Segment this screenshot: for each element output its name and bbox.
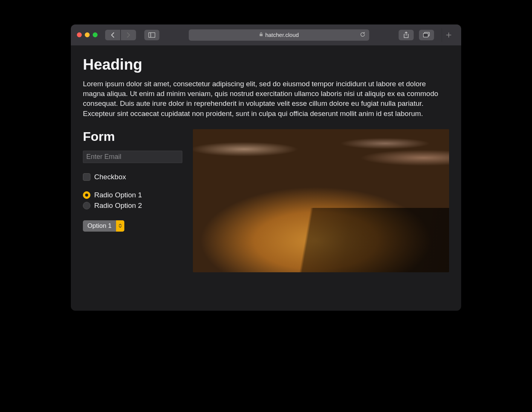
checkbox-input[interactable] <box>83 173 90 181</box>
svg-rect-0 <box>149 32 155 37</box>
radio-row-1: Radio Option 1 <box>83 191 182 199</box>
minimize-window-button[interactable] <box>85 32 90 37</box>
forward-button[interactable] <box>121 30 136 40</box>
plus-icon <box>446 32 451 38</box>
maximize-window-button[interactable] <box>93 32 98 37</box>
sidebar-icon <box>148 32 155 38</box>
radio-input-2[interactable] <box>83 202 90 209</box>
image-column <box>193 129 449 272</box>
titlebar: hatcher.cloud <box>71 24 461 46</box>
lock-icon <box>259 32 263 38</box>
tabs-icon <box>423 32 430 38</box>
url-text: hatcher.cloud <box>265 32 299 38</box>
reload-icon <box>360 32 365 37</box>
chevron-left-icon <box>111 32 115 38</box>
desert-dune-image <box>193 129 449 272</box>
select-dropdown[interactable]: Option 1 <box>83 220 124 232</box>
show-sidebar-button[interactable] <box>144 30 159 40</box>
radio-label-1: Radio Option 1 <box>94 191 142 199</box>
checkbox-row: Checkbox <box>83 173 182 181</box>
svg-rect-4 <box>423 34 428 37</box>
radio-label-2: Radio Option 2 <box>94 201 142 210</box>
page-heading: Heading <box>83 56 449 73</box>
share-icon <box>404 32 409 38</box>
svg-rect-3 <box>425 32 430 36</box>
email-field[interactable] <box>83 151 182 163</box>
radio-group: Radio Option 1 Radio Option 2 <box>83 191 182 210</box>
safari-window: hatcher.cloud Heading Lorem ipsum dolor … <box>71 24 461 311</box>
reload-button[interactable] <box>360 32 365 38</box>
form-heading: Form <box>83 129 182 144</box>
toolbar-right <box>399 28 455 42</box>
traffic-lights <box>77 32 98 37</box>
show-tabs-button[interactable] <box>419 30 434 40</box>
nav-group <box>105 30 136 40</box>
svg-rect-2 <box>260 34 263 36</box>
back-button[interactable] <box>105 30 120 40</box>
radio-row-2: Radio Option 2 <box>83 201 182 210</box>
radio-input-1[interactable] <box>83 191 90 199</box>
form-column: Form Checkbox Radio Option 1 Radio Optio… <box>83 129 182 272</box>
select-value: Option 1 <box>83 220 116 232</box>
share-button[interactable] <box>399 30 414 40</box>
body-paragraph: Lorem ipsum dolor sit amet, consectetur … <box>83 79 449 119</box>
close-window-button[interactable] <box>77 32 82 37</box>
new-tab-button[interactable] <box>442 28 455 42</box>
checkbox-label: Checkbox <box>94 173 126 181</box>
lower-section: Form Checkbox Radio Option 1 Radio Optio… <box>83 129 449 272</box>
select-arrows-icon <box>116 220 124 232</box>
chevron-right-icon <box>127 32 130 38</box>
address-bar[interactable]: hatcher.cloud <box>189 29 369 41</box>
page-content: Heading Lorem ipsum dolor sit amet, cons… <box>71 46 461 311</box>
